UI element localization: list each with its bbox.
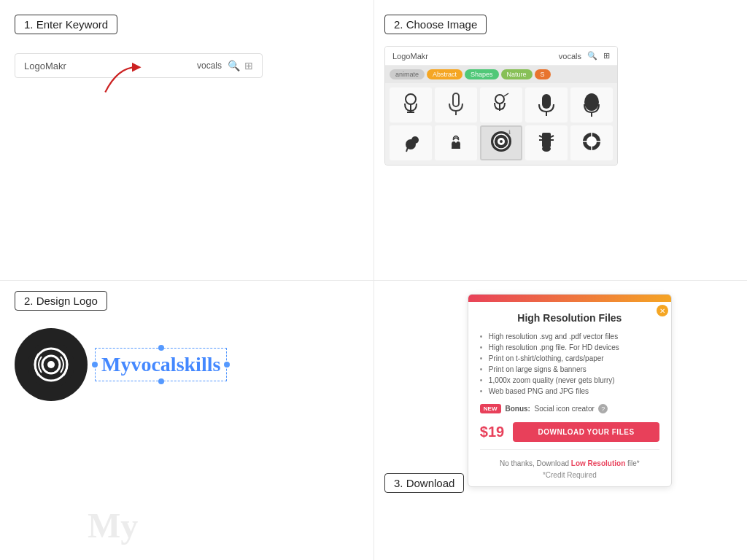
svg-line-8 <box>504 93 508 96</box>
image-chooser-search: vocals 🔍 ⊞ <box>559 51 610 61</box>
category-tabs: animate Abstract Shapes Nature S <box>385 66 617 83</box>
no-thanks-prefix: No thanks, Download <box>500 459 571 467</box>
feature-4: Print on large signs & banners <box>480 364 659 375</box>
panel-download: 3. Download ✕ High Resolution Files High… <box>377 284 740 553</box>
step2-choose-label: 2. Choose Image <box>384 15 487 34</box>
logo-text-wrapper: Myvocalskills <box>95 348 227 381</box>
svg-point-36 <box>47 361 55 368</box>
svg-rect-9 <box>542 94 551 109</box>
step1-label: 1. Enter Keyword <box>15 15 117 34</box>
modal-wrapper: ✕ High Resolution Files High resolution … <box>468 291 672 487</box>
search-icon-2[interactable]: 🔍 <box>587 51 597 61</box>
image-chooser-header: LogoMakr vocals 🔍 ⊞ <box>385 47 617 66</box>
grid-icon-1[interactable]: ⊞ <box>244 60 253 71</box>
price-amount: $19 <box>480 424 504 440</box>
modal-inner: ✕ High Resolution Files High resolution … <box>468 302 671 486</box>
icon-cell-8[interactable] <box>525 125 568 160</box>
no-thanks-text: No thanks, Download Low Resolution file* <box>500 459 640 467</box>
step4-download-label: 3. Download <box>384 473 464 493</box>
new-badge: new <box>480 404 501 413</box>
grid-icon-2[interactable]: ⊞ <box>603 51 610 61</box>
handle-right[interactable] <box>224 362 230 368</box>
svg-line-24 <box>539 136 542 137</box>
modal-title: High Resolution Files <box>480 312 659 324</box>
vocal-icon-svg <box>26 339 77 390</box>
svg-point-14 <box>411 136 419 144</box>
no-thanks-suffix: file* <box>627 459 640 467</box>
low-res-link[interactable]: Low Resolution <box>571 459 625 467</box>
svg-point-17 <box>456 141 460 147</box>
icon-cell-5[interactable] <box>390 125 432 160</box>
icon-cell-4[interactable] <box>570 88 613 122</box>
feature-3: Print on t-shirt/clothing, cards/paper <box>480 353 659 364</box>
svg-point-21 <box>500 140 503 143</box>
panel-enter-keyword: 1. Enter Keyword LogoMakr vocals 🔍 ⊞ <box>7 7 370 276</box>
arrow-indicator <box>95 55 153 98</box>
svg-point-1 <box>406 94 416 104</box>
brand-name-text: Myvocalskills <box>101 353 220 376</box>
price-row: $19 DOWNLOAD YOUR FILES <box>480 422 659 442</box>
bonus-description: Social icon creator <box>535 405 595 413</box>
svg-line-15 <box>406 147 408 152</box>
modal-gradient-header <box>468 295 671 302</box>
toolbar-icons-1: 🔍 ⊞ <box>228 60 253 71</box>
logo-design-area: Myvocalskills <box>15 328 363 401</box>
feature-6: Web based PNG and JPG files <box>480 386 659 397</box>
svg-rect-23 <box>542 133 551 147</box>
logomakr-logo-1: LogoMakr <box>24 61 66 71</box>
svg-line-25 <box>551 136 554 137</box>
feature-5: 1,000x zoom quality (never gets blurry) <box>480 375 659 386</box>
logo-text-box[interactable]: Myvocalskills <box>95 348 227 381</box>
bonus-text: Bonus: Social icon creator ? <box>506 404 608 413</box>
icon-cell-7-selected[interactable]: ℹ <box>480 125 522 160</box>
panel-choose-image: 2. Choose Image LogoMakr vocals 🔍 ⊞ anim… <box>377 7 740 276</box>
panel-design-logo: 2. Design Logo <box>7 284 370 553</box>
keyword-input-display[interactable]: vocals <box>197 61 222 71</box>
icon-cell-1[interactable] <box>435 88 477 122</box>
svg-rect-4 <box>453 93 459 106</box>
icon-cell-3[interactable] <box>525 88 568 122</box>
close-button[interactable]: ✕ <box>657 305 668 316</box>
help-icon[interactable]: ? <box>598 404 608 413</box>
search-area-1: vocals 🔍 ⊞ <box>197 60 253 71</box>
tab-nature[interactable]: Nature <box>501 69 533 79</box>
credit-required-text: *Credit Required <box>480 471 659 479</box>
icon-grid: ℹ <box>385 83 617 165</box>
tab-shapes[interactable]: Shapes <box>465 69 499 79</box>
tab-animate[interactable]: animate <box>390 69 425 79</box>
features-list: High resolution .svg and .pdf vector fil… <box>480 331 659 397</box>
no-thanks-row: No thanks, Download Low Resolution file*… <box>480 449 659 479</box>
icon-cell-9[interactable] <box>570 125 613 160</box>
step3-design-label: 2. Design Logo <box>15 291 107 311</box>
icon-cell-0[interactable] <box>390 88 432 122</box>
svg-text:ℹ: ℹ <box>508 130 511 136</box>
handle-left[interactable] <box>92 362 98 368</box>
svg-point-6 <box>495 95 504 104</box>
bg-faded-text: My <box>88 505 138 545</box>
icon-cell-2[interactable] <box>480 88 522 122</box>
logomakr-logo-2: LogoMakr <box>392 52 428 61</box>
download-modal: ✕ High Resolution Files High resolution … <box>468 294 672 487</box>
horizontal-divider <box>0 280 747 281</box>
icon-cell-6[interactable] <box>435 125 477 160</box>
svg-point-11 <box>584 93 599 111</box>
tab-abstract[interactable]: Abstract <box>427 69 462 79</box>
keyword-display-2: vocals <box>559 52 581 61</box>
download-files-button[interactable]: DOWNLOAD YOUR FILES <box>513 422 659 442</box>
bonus-label: Bonus: <box>506 405 530 413</box>
bonus-row: new Bonus: Social icon creator ? <box>480 404 659 413</box>
tab-s[interactable]: S <box>535 69 551 79</box>
svg-point-16 <box>452 141 456 147</box>
search-icon-1[interactable]: 🔍 <box>228 60 240 71</box>
feature-1: High resolution .svg and .pdf vector fil… <box>480 331 659 342</box>
logo-icon-circle <box>15 328 88 401</box>
image-chooser-ui: LogoMakr vocals 🔍 ⊞ animate Abstract Sha… <box>384 46 618 166</box>
svg-point-28 <box>542 146 551 152</box>
feature-2: High resolution .png file. For HD device… <box>480 342 659 353</box>
